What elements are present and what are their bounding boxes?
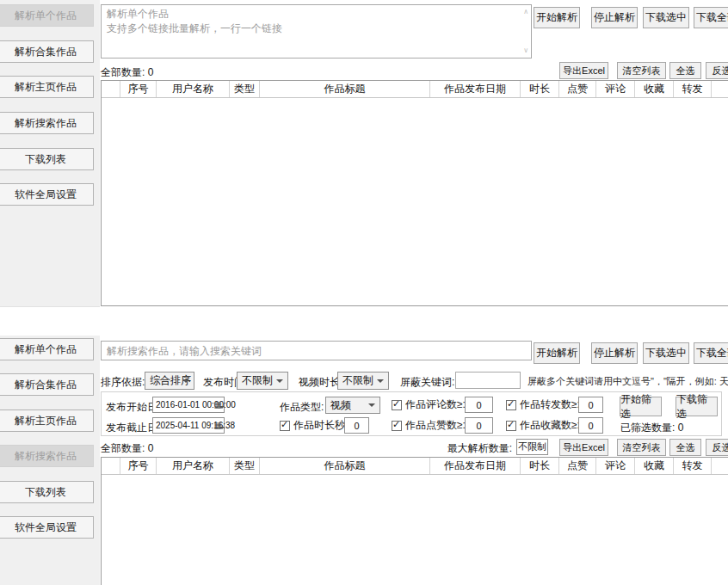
checkbox-checked[interactable]: ✓ — [392, 421, 402, 431]
column-header-title[interactable]: 作品标题 — [260, 458, 430, 474]
sidebar-item-parse-single[interactable]: 解析单个作品 — [0, 338, 94, 360]
block-keyword-label: 屏蔽关键词: — [400, 375, 454, 390]
download-filter-button[interactable]: 下载筛选 — [676, 397, 718, 416]
select-all-button[interactable]: 全选 — [669, 62, 701, 79]
checkbox-column-header[interactable] — [102, 458, 120, 474]
column-header-shares[interactable]: 转发 — [674, 81, 712, 97]
column-header-extra[interactable] — [712, 458, 728, 474]
sort-by-select[interactable]: 综合排序 — [145, 372, 194, 390]
comment-count-input[interactable] — [465, 397, 493, 413]
sidebar-item-parse-collection[interactable]: 解析合集作品 — [0, 373, 94, 396]
sidebar-item-label: 解析合集作品 — [15, 45, 77, 59]
start-date-picker[interactable]: 2016-01-01 00:00:00 ▦ — [152, 397, 225, 413]
clear-list-button[interactable]: 清空列表 — [617, 439, 666, 456]
clear-list-button[interactable]: 清空列表 — [617, 62, 666, 79]
total-count-label: 全部数量: 0 — [101, 441, 153, 456]
column-header-favorites[interactable]: 收藏 — [635, 458, 674, 474]
checkbox-column-header[interactable] — [102, 81, 120, 97]
sidebar-item-parse-search[interactable]: 解析搜索作品 — [0, 112, 94, 134]
column-header-username[interactable]: 用户名称 — [157, 81, 230, 97]
favorite-count-input[interactable] — [578, 417, 603, 434]
start-parse-button[interactable]: 开始解析 — [534, 7, 580, 28]
comment-count-checkbox[interactable]: ✓ 作品评论数≥: — [392, 397, 466, 412]
favorite-count-label: 作品收藏数≥: — [520, 418, 580, 433]
sidebar-item-label: 下载列表 — [25, 152, 66, 167]
sidebar-item-global-settings[interactable]: 软件全局设置 — [0, 183, 94, 206]
checkbox-checked[interactable]: ✓ — [392, 400, 402, 410]
block-keyword-input[interactable] — [455, 372, 521, 389]
column-header-likes[interactable]: 点赞 — [559, 458, 596, 474]
invert-select-button[interactable]: 反选 — [706, 439, 728, 456]
sidebar-item-label: 软件全局设置 — [15, 520, 77, 535]
sidebar-item-global-settings[interactable]: 软件全局设置 — [0, 516, 94, 539]
sidebar-item-download-list[interactable]: 下载列表 — [0, 481, 94, 503]
check-icon: ✓ — [507, 419, 515, 430]
scroll-up-icon[interactable]: ∧ — [523, 9, 528, 15]
forward-count-checkbox[interactable]: ✓ 作品转发数≥: — [506, 397, 580, 412]
sidebar-item-label: 解析单个作品 — [15, 9, 77, 23]
column-header-type[interactable]: 类型 — [230, 458, 260, 474]
favorite-count-checkbox[interactable]: ✓ 作品收藏数≥: — [506, 418, 580, 433]
sidebar-item-download-list[interactable]: 下载列表 — [0, 148, 94, 170]
work-type-select[interactable]: 视频 — [325, 397, 380, 414]
start-parse-button[interactable]: 开始解析 — [534, 342, 580, 364]
download-selected-button[interactable]: 下载选中 — [643, 7, 689, 28]
download-all-button[interactable]: 下载全部 — [694, 342, 728, 364]
column-header-extra[interactable] — [712, 81, 728, 97]
column-header-publish-date[interactable]: 作品发布日期 — [430, 458, 521, 474]
column-header-likes[interactable]: 点赞 — [559, 81, 596, 97]
column-header-publish-date[interactable]: 作品发布日期 — [430, 81, 521, 97]
column-header-index[interactable]: 序号 — [120, 81, 157, 97]
sidebar-item-label: 解析主页作品 — [15, 414, 77, 428]
scroll-down-icon[interactable]: ∨ — [523, 47, 528, 54]
download-selected-button[interactable]: 下载选中 — [643, 342, 689, 364]
column-header-type[interactable]: 类型 — [230, 81, 260, 97]
column-header-favorites[interactable]: 收藏 — [635, 81, 674, 97]
end-date-picker[interactable]: 2025-04-11 09:16:38 ▦ — [152, 417, 225, 434]
publish-time-select[interactable]: 不限制 — [237, 372, 288, 390]
link-input-textarea[interactable]: 解析单个作品 支持多个链接批量解析，一行一个链接 ∧ ∨ — [101, 4, 532, 58]
forward-count-input[interactable] — [578, 397, 603, 413]
checkbox-checked[interactable]: ✓ — [506, 400, 516, 410]
total-count-label: 全部数量: 0 — [101, 65, 153, 80]
download-all-button[interactable]: 下载全部 — [694, 7, 728, 28]
column-header-duration[interactable]: 时长 — [521, 81, 559, 97]
chevron-down-icon — [276, 379, 283, 383]
export-excel-button[interactable]: 导出Excel — [559, 439, 608, 456]
checkbox-checked[interactable]: ✓ — [280, 421, 290, 431]
column-header-title[interactable]: 作品标题 — [260, 81, 430, 97]
sidebar-item-label: 解析合集作品 — [15, 378, 77, 392]
stop-parse-button[interactable]: 停止解析 — [591, 7, 638, 28]
export-excel-button[interactable]: 导出Excel — [559, 62, 608, 79]
sidebar-item-parse-collection[interactable]: 解析合集作品 — [0, 40, 94, 63]
start-filter-button[interactable]: 开始筛选 — [620, 397, 662, 416]
sidebar-item-parse-homepage[interactable]: 解析主页作品 — [0, 410, 94, 432]
column-header-duration[interactable]: 时长 — [521, 458, 559, 474]
stop-parse-button[interactable]: 停止解析 — [591, 342, 638, 364]
work-type-value: 视频 — [330, 399, 351, 411]
like-count-input[interactable] — [465, 417, 493, 434]
select-all-button[interactable]: 全选 — [669, 439, 701, 456]
column-header-index[interactable]: 序号 — [120, 458, 157, 474]
search-keyword-input[interactable] — [101, 341, 532, 360]
column-header-comments[interactable]: 评论 — [596, 458, 635, 474]
column-header-shares[interactable]: 转发 — [674, 458, 712, 474]
checkbox-checked[interactable]: ✓ — [506, 421, 516, 431]
invert-select-button[interactable]: 反选 — [706, 62, 728, 79]
filtered-count-label: 已筛选数量: 0 — [620, 421, 683, 435]
video-duration-select[interactable]: 不限制 — [337, 372, 389, 390]
chevron-down-icon — [219, 406, 225, 409]
block-keyword-hint: 屏蔽多个关键词请用中文逗号"，"隔开，例如: 天气，穿搭 — [527, 375, 728, 388]
sidebar-item-parse-homepage[interactable]: 解析主页作品 — [0, 76, 94, 98]
table-header-row: 序号 用户名称 类型 作品标题 作品发布日期 时长 点赞 评论 收藏 转发 — [102, 81, 728, 98]
duration-seconds-input[interactable] — [344, 417, 369, 434]
max-parse-input[interactable] — [516, 439, 548, 455]
column-header-comments[interactable]: 评论 — [596, 81, 635, 97]
column-header-username[interactable]: 用户名称 — [157, 458, 230, 474]
duration-seconds-checkbox[interactable]: ✓ 作品时长秒≥: — [280, 418, 354, 433]
like-count-checkbox[interactable]: ✓ 作品点赞数≥: — [392, 418, 466, 433]
sort-by-label: 排序依据: — [101, 375, 145, 390]
results-table-top: 序号 用户名称 类型 作品标题 作品发布日期 时长 点赞 评论 收藏 转发 — [101, 80, 728, 306]
chevron-down-icon — [219, 427, 225, 429]
textarea-placeholder-line1: 解析单个作品 — [102, 5, 531, 22]
